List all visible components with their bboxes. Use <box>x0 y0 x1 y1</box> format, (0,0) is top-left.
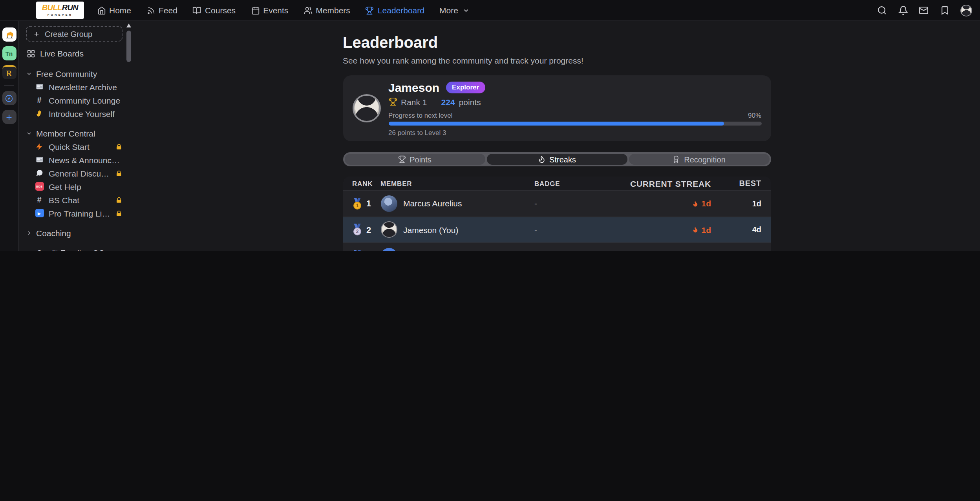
main-nav: Home Feed Courses Events Members Leaderb… <box>97 5 471 15</box>
waving-hand-icon <box>35 109 44 118</box>
sidebar-item-introduce-yourself[interactable]: Introduce Yourself <box>26 107 122 120</box>
award-icon <box>672 155 680 163</box>
sidebar-section-credit-funding-os[interactable]: Credit Funding OS <box>26 246 122 251</box>
progress-bar <box>388 121 761 125</box>
member-avatar <box>380 222 397 238</box>
tab-points[interactable]: Points <box>344 154 485 165</box>
hash-icon: # <box>35 96 44 104</box>
bookmark-icon[interactable] <box>940 5 949 15</box>
best-cell: 1d <box>727 199 761 208</box>
sidebar-section-member-central[interactable]: Member Central <box>26 127 122 140</box>
flame-icon <box>692 200 699 207</box>
sidebar-item-get-help[interactable]: SOS Get Help <box>26 180 122 193</box>
scroll-up-arrow[interactable] <box>126 24 131 27</box>
sidebar-item-label: Get Help <box>49 182 122 191</box>
newspaper-icon <box>35 155 44 164</box>
nav-item-members[interactable]: Members <box>303 5 350 15</box>
rail-add-community-button[interactable] <box>2 110 16 124</box>
nav-item-courses[interactable]: Courses <box>192 5 236 15</box>
nav-label: Events <box>263 5 288 15</box>
member-avatar: F <box>380 248 397 251</box>
bullrun-logo[interactable]: BULLRUN FOREVER <box>36 2 84 19</box>
rail-tn-community[interactable]: Tn <box>2 46 16 60</box>
nav-item-leaderboard[interactable]: Leaderboard <box>365 5 424 15</box>
top-navbar: BULLRUN FOREVER Home Feed Courses Events <box>0 0 980 21</box>
rail-divider <box>4 85 14 86</box>
rank-number: 2 <box>366 225 371 235</box>
app-window: BULLRUN FOREVER Home Feed Courses Events <box>0 0 980 251</box>
tab-recognition[interactable]: Recognition <box>629 154 769 165</box>
progress-percent: 90% <box>748 111 761 119</box>
column-best: BEST <box>727 179 761 188</box>
column-badge: BADGE <box>534 179 625 187</box>
sidebar-item-quick-start[interactable]: Quick Start <box>26 140 122 153</box>
sidebar-item-bs-chat[interactable]: # BS Chat <box>26 193 122 206</box>
community-rail: Tn R <box>0 21 19 251</box>
r-tile-label: R <box>6 69 12 77</box>
column-member: MEMBER <box>380 179 534 187</box>
rail-r-community[interactable]: R <box>2 65 16 79</box>
chat-bubble-icon <box>35 169 44 177</box>
nav-item-events[interactable]: Events <box>250 5 288 15</box>
profile-avatar <box>352 94 380 122</box>
sidebar-item-pro-training-library[interactable]: ▶ Pro Training Library <box>26 206 122 220</box>
table-row-3[interactable]: 3 3 F Flo Og - 1d 1d <box>343 242 771 251</box>
sidebar: Create Group Live Boards Free Community … <box>19 21 133 251</box>
sos-icon: SOS <box>35 182 44 191</box>
streak-cell: 1d <box>625 225 727 235</box>
nav-item-home[interactable]: Home <box>97 5 131 15</box>
page-subtitle: See how you rank among the community and… <box>343 56 771 65</box>
nav-item-feed[interactable]: Feed <box>146 5 177 15</box>
sidebar-section-free-community[interactable]: Free Community <box>26 67 122 80</box>
rank-number: 1 <box>366 199 371 208</box>
trophy-icon <box>398 155 406 163</box>
chevron-down-icon <box>26 71 32 77</box>
sidebar-item-label: Pro Training Library <box>49 208 111 218</box>
create-group-button[interactable]: Create Group <box>26 26 122 42</box>
leaderboard-tabs: Points Streaks Recognition <box>343 152 771 166</box>
nav-label: Home <box>109 5 131 15</box>
scrollbar-thumb[interactable] <box>126 31 131 62</box>
navbar-right <box>877 4 972 16</box>
streak-cell: 1d <box>625 199 727 208</box>
rail-discover-button[interactable] <box>2 91 16 105</box>
main-content: Leaderboard See how you rank among the c… <box>133 21 980 251</box>
nav-label: Feed <box>159 5 177 15</box>
section-label: Coaching <box>36 228 71 238</box>
sidebar-item-label: Quick Start <box>49 142 111 151</box>
nav-item-more[interactable]: More <box>439 5 471 15</box>
table-row-2-you[interactable]: 2 2 Jameson (You) - 1d 4d <box>343 216 771 242</box>
sidebar-item-live-boards[interactable]: Live Boards <box>26 46 122 60</box>
sidebar-section-coaching[interactable]: Coaching <box>26 227 122 239</box>
sidebar-item-general-discussions[interactable]: General Discussions <box>26 166 122 180</box>
trophy-icon <box>388 97 397 106</box>
tab-label: Streaks <box>549 155 576 164</box>
bronze-medal-icon: 3 <box>352 250 362 251</box>
silver-medal-icon: 2 <box>352 224 362 236</box>
sidebar-item-label: General Discussions <box>49 168 111 178</box>
tab-streaks[interactable]: Streaks <box>486 154 627 165</box>
nav-label: Leaderboard <box>378 5 424 15</box>
search-icon[interactable] <box>877 5 887 15</box>
section-label: Member Central <box>36 129 95 138</box>
sidebar-item-newsletter-archive[interactable]: Newsletter Archive <box>26 80 122 93</box>
section-label: Credit Funding OS <box>36 248 104 251</box>
sidebar-item-community-lounge[interactable]: # Community Lounge <box>26 93 122 107</box>
play-icon: ▶ <box>35 209 44 217</box>
flame-icon <box>692 226 699 233</box>
sidebar-item-news-announcements[interactable]: News & Announcements <box>26 153 122 166</box>
tab-label: Points <box>410 155 431 164</box>
logo-text: BULLRUN <box>42 4 78 12</box>
sidebar-item-label: News & Announcements <box>49 155 122 164</box>
chevron-right-icon <box>26 230 32 236</box>
user-avatar[interactable] <box>960 4 972 16</box>
lock-icon <box>115 142 122 150</box>
bell-icon[interactable] <box>898 5 908 15</box>
sidebar-scroll-area: Create Group Live Boards Free Community … <box>19 21 133 251</box>
sidebar-scrollbar[interactable] <box>126 23 132 251</box>
lock-icon <box>115 209 122 217</box>
table-row-1[interactable]: 1 1 Marcus Aurelius - 1d 1d <box>343 190 771 216</box>
mail-icon[interactable] <box>919 5 929 15</box>
rail-bullrun-community[interactable] <box>2 27 16 42</box>
book-icon <box>192 6 202 15</box>
